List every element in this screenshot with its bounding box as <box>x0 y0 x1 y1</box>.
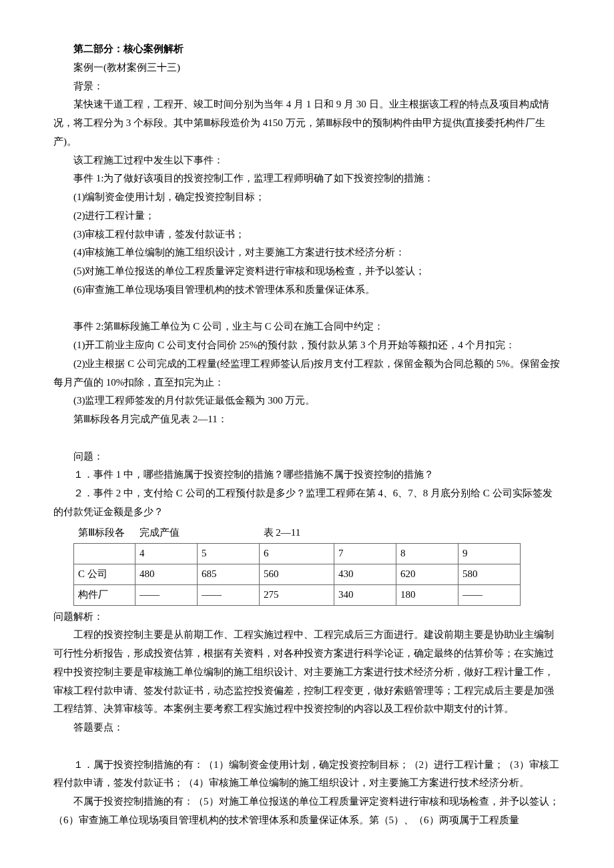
table-cell: 4 <box>135 544 198 564</box>
list-item: (6)审查施工单位现场项目管理机构的技术管理体系和质量保证体系。 <box>53 281 561 300</box>
question-item: １．事件 1 中，哪些措施属于投资控制的措施？哪些措施不属于投资控制的措施？ <box>53 466 561 484</box>
table-cell: 180 <box>396 584 458 605</box>
question-item: ２．事件 2 中，支付给 C 公司的工程预付款是多少？监理工程师在第 4、6、7… <box>53 484 561 522</box>
table-cell: 7 <box>334 544 396 564</box>
list-item: (4)审核施工单位编制的施工组织设计，对主要施工方案进行技术经济分析： <box>53 244 561 262</box>
table-row: 构件厂 —— —— 275 340 180 —— <box>74 584 521 605</box>
table-cell: —— <box>135 584 198 605</box>
case-name: 案例一(教材案例三十三) <box>53 59 561 77</box>
analysis-label: 问题解析： <box>53 608 561 626</box>
table-cell: 5 <box>198 544 260 564</box>
table-title-pad <box>334 524 396 544</box>
table-cell: 9 <box>458 544 521 564</box>
event1-intro: 事件 1:为了做好该项目的投资控制工作，监理工程师明确了如下投资控制的措施： <box>53 169 561 188</box>
list-item: (1)开工前业主应向 C 公司支付合同价 25%的预付款，预付款从第 3 个月开… <box>53 336 561 355</box>
paragraph: 第Ⅲ标段各月完成产值见表 2—11： <box>53 410 561 429</box>
table-cell: —— <box>198 584 260 605</box>
paragraph: 工程的投资控制主要是从前期工作、工程实施过程中、工程完成后三方面进行。建设前期主… <box>53 626 561 719</box>
list-item: (3)监理工程师签发的月付款凭证最低金额为 300 万元。 <box>53 392 561 410</box>
table-title-right: 表 2—11 <box>260 524 334 544</box>
table-row: 4 5 6 7 8 9 <box>74 544 521 564</box>
table-row: C 公司 480 685 560 430 620 580 <box>74 564 521 585</box>
list-item: (5)对施工单位报送的单位工程质量评定资料进行审核和现场检查，并予以签认； <box>53 262 561 281</box>
table-title-pad <box>396 524 458 544</box>
section-heading: 第二部分：核心案例解析 <box>53 40 561 59</box>
spacer <box>53 737 561 756</box>
event2-intro: 事件 2:第Ⅲ标段施工单位为 C 公司，业主与 C 公司在施工合同中约定： <box>53 318 561 336</box>
questions-label: 问题： <box>53 448 561 466</box>
table-cell: 685 <box>198 564 260 585</box>
table-cell: 560 <box>260 564 334 585</box>
production-value-table: 第Ⅲ标段各 完成产值 表 2—11 4 5 6 7 8 9 C 公司 480 6… <box>73 524 521 606</box>
table-cell: 构件厂 <box>74 584 135 605</box>
paragraph: 该工程施工过程中发生以下事件： <box>53 151 561 170</box>
table-cell: 620 <box>396 564 458 585</box>
table-title-row: 第Ⅲ标段各 完成产值 表 2—11 <box>74 524 521 544</box>
background-label: 背景： <box>53 77 561 96</box>
table-cell: —— <box>458 584 521 605</box>
paragraph: 某快速干道工程，工程开、竣工时间分别为当年 4 月 1 日和 9 月 30 日。… <box>53 95 561 151</box>
table-title-left: 第Ⅲ标段各 <box>74 524 135 544</box>
list-item: (2)业主根据 C 公司完成的工程量(经监理工程师签认后)按月支付工程款，保留金… <box>53 355 561 392</box>
table-cell: 480 <box>135 564 198 585</box>
list-item: (3)审核工程付款申请，签发付款证书； <box>53 226 561 244</box>
paragraph: １．属于投资控制措施的有：（1）编制资金使用计划，确定投资控制目标；（2）进行工… <box>53 756 561 793</box>
table-cell: C 公司 <box>74 564 135 585</box>
list-item: (2)进行工程计量； <box>53 207 561 226</box>
spacer <box>53 300 561 318</box>
table-title-pad <box>458 524 521 544</box>
table-cell: 430 <box>334 564 396 585</box>
list-item: (1)编制资金使用计划，确定投资控制目标； <box>53 188 561 207</box>
table-cell <box>74 544 135 564</box>
paragraph: 不属于投资控制措施的有：（5）对施工单位报送的单位工程质量评定资料进行审核和现场… <box>53 793 561 830</box>
table-cell: 340 <box>334 584 396 605</box>
spacer <box>53 429 561 448</box>
table-cell: 580 <box>458 564 521 585</box>
table-cell: 275 <box>260 584 334 605</box>
table-title-mid: 完成产值 <box>135 524 260 544</box>
table-cell: 8 <box>396 544 458 564</box>
answer-label: 答题要点： <box>53 719 561 737</box>
table-cell: 6 <box>260 544 334 564</box>
